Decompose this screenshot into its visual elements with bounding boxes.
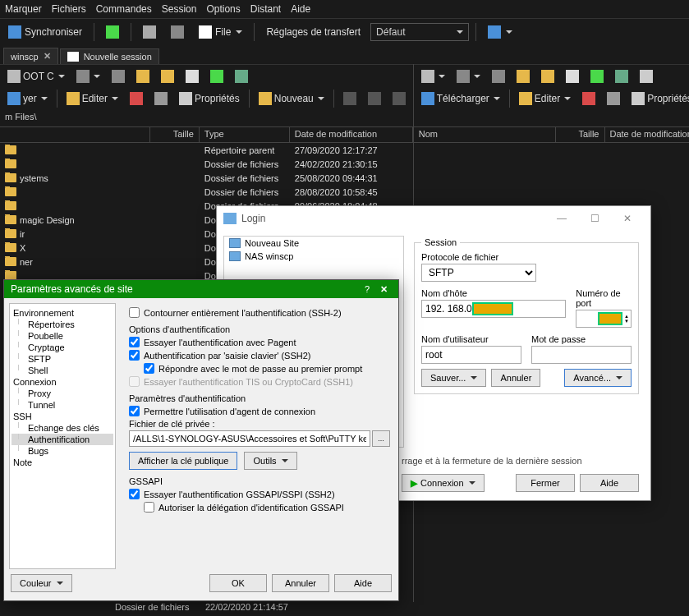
chk-gssapi-delegate[interactable] bbox=[144, 502, 154, 513]
tab-new-session[interactable]: Nouvelle session bbox=[60, 48, 159, 64]
chk-reply-pw[interactable] bbox=[144, 363, 154, 374]
minus-button[interactable] bbox=[364, 90, 385, 107]
advanced-button[interactable]: Avancé... bbox=[564, 369, 632, 387]
menu-fichiers[interactable]: Fichiers bbox=[52, 3, 86, 15]
tree-tunnel[interactable]: Tunnel bbox=[11, 399, 113, 411]
btn-transfer-icon[interactable] bbox=[101, 23, 124, 41]
r-col-date[interactable]: Date de modification bbox=[605, 127, 690, 142]
delete-button[interactable] bbox=[126, 90, 147, 107]
r-nav-refresh[interactable] bbox=[586, 68, 608, 85]
tools-button-adv[interactable]: Outils bbox=[244, 452, 296, 470]
cancel-button[interactable]: Annuler bbox=[491, 369, 540, 387]
help-button[interactable]: Aide bbox=[580, 474, 639, 492]
path-bar[interactable]: m Files\ bbox=[0, 110, 413, 126]
r-nav-home[interactable] bbox=[562, 68, 583, 85]
nav-fwd[interactable] bbox=[108, 68, 129, 85]
transfer-settings-dropdown[interactable]: Défaut bbox=[370, 23, 469, 41]
adv-close-icon[interactable]: ✕ bbox=[375, 284, 392, 295]
tree-cryptage[interactable]: Cryptage bbox=[11, 342, 113, 353]
drive-selector[interactable]: OOT C bbox=[3, 68, 69, 85]
adv-cancel-button[interactable]: Annuler bbox=[272, 574, 329, 592]
tree-ssh[interactable]: SSH bbox=[11, 411, 113, 422]
menu-distant[interactable]: Distant bbox=[250, 3, 281, 15]
tree-sftp[interactable]: SFTP bbox=[11, 353, 113, 365]
browse-keyfile-button[interactable]: ... bbox=[372, 430, 390, 447]
r-nav-filter[interactable] bbox=[636, 68, 657, 85]
adv-help-icon[interactable]: ? bbox=[359, 284, 375, 294]
btn-refresh-global[interactable] bbox=[483, 23, 517, 41]
close-button-footer[interactable]: Fermer bbox=[516, 474, 575, 492]
close-button[interactable]: ✕ bbox=[611, 207, 644, 230]
r-nav-find[interactable] bbox=[611, 68, 632, 85]
menu-session[interactable]: Session bbox=[162, 3, 197, 15]
tree-poubelle[interactable]: Poubelle bbox=[11, 330, 113, 342]
site-nas[interactable]: NAS winscp bbox=[224, 250, 403, 263]
password-input[interactable] bbox=[531, 346, 632, 364]
menu-options[interactable]: Options bbox=[206, 3, 240, 15]
r-nav-back[interactable] bbox=[452, 68, 485, 85]
r-tools-button[interactable] bbox=[603, 90, 624, 107]
site-new[interactable]: Nouveau Site bbox=[224, 237, 403, 250]
close-icon[interactable]: ✕ bbox=[44, 51, 51, 62]
r-path-bar[interactable] bbox=[414, 110, 689, 126]
keyfile-input[interactable] bbox=[129, 430, 370, 447]
chk-allow-agent[interactable] bbox=[129, 406, 140, 416]
r-nav-fwd[interactable] bbox=[488, 68, 509, 85]
sync-button[interactable]: Synchroniser bbox=[3, 23, 87, 41]
tab-winscp[interactable]: winscp✕ bbox=[3, 48, 58, 64]
plus-button[interactable] bbox=[339, 90, 361, 107]
save-button[interactable]: Sauver... bbox=[421, 369, 486, 387]
btn-chain[interactable] bbox=[138, 23, 161, 41]
menu-marquer[interactable]: Marquer bbox=[5, 3, 42, 15]
menu-aide[interactable]: Aide bbox=[291, 3, 310, 15]
chk-pagent[interactable] bbox=[129, 337, 140, 347]
terminal-button[interactable] bbox=[388, 90, 410, 107]
col-name[interactable] bbox=[0, 127, 150, 142]
r-delete-button[interactable] bbox=[578, 90, 599, 107]
remote-selector[interactable] bbox=[417, 68, 449, 85]
nav-refresh[interactable] bbox=[206, 68, 227, 85]
r-properties-button[interactable]: Propriétés bbox=[627, 90, 689, 107]
btn-gear[interactable] bbox=[166, 23, 189, 41]
file-menu-button[interactable]: File bbox=[194, 23, 247, 41]
new-button[interactable]: Nouveau bbox=[255, 90, 328, 107]
nav-find[interactable] bbox=[231, 68, 252, 85]
table-row[interactable]: Dossier de fichiers28/08/2020 10:58:45 bbox=[0, 185, 413, 199]
minimize-button[interactable]: — bbox=[545, 207, 578, 230]
tree-shell[interactable]: Shell bbox=[11, 365, 113, 376]
port-down[interactable]: ▼ bbox=[624, 319, 629, 324]
tree-auth[interactable]: Authentification bbox=[11, 434, 113, 445]
col-date[interactable]: Date de modification bbox=[290, 127, 413, 142]
menu-commandes[interactable]: Commandes bbox=[96, 3, 152, 15]
edit-button[interactable]: Editer bbox=[62, 90, 122, 107]
adv-help-button[interactable]: Aide bbox=[334, 574, 392, 592]
r-col-size[interactable]: Taille bbox=[556, 127, 605, 142]
download-button[interactable]: Télécharger bbox=[417, 90, 504, 107]
adv-tree[interactable]: Environnement Répertoires Poubelle Crypt… bbox=[9, 303, 116, 569]
chk-kbauth[interactable] bbox=[129, 350, 140, 361]
r-nav-root[interactable] bbox=[537, 68, 558, 85]
tree-conn[interactable]: Connexion bbox=[11, 376, 113, 388]
tree-proxy[interactable]: Proxy bbox=[11, 388, 113, 399]
chk-bypass[interactable] bbox=[129, 307, 140, 318]
tools-button[interactable] bbox=[150, 90, 172, 107]
tree-env[interactable]: Environnement bbox=[11, 307, 113, 319]
tree-bugs[interactable]: Bugs bbox=[11, 445, 113, 457]
col-size[interactable]: Taille bbox=[150, 127, 200, 142]
table-row[interactable]: Dossier de fichiers24/02/2020 21:30:15 bbox=[0, 157, 413, 171]
protocol-select[interactable]: SFTP bbox=[421, 264, 536, 282]
r-nav-up[interactable] bbox=[512, 68, 534, 85]
nav-home[interactable] bbox=[181, 68, 203, 85]
nav-up[interactable] bbox=[132, 68, 154, 85]
ok-button[interactable]: OK bbox=[209, 574, 267, 592]
tree-repertoires[interactable]: Répertoires bbox=[11, 319, 113, 330]
chk-gssapi[interactable] bbox=[129, 489, 140, 499]
table-row[interactable]: Répertoire parent27/09/2020 12:17:27 bbox=[0, 143, 413, 157]
tree-note[interactable]: Note bbox=[11, 457, 113, 468]
show-key-button[interactable]: Afficher la clé publique bbox=[129, 452, 237, 470]
r-edit-button[interactable]: Editer bbox=[515, 90, 575, 107]
color-button[interactable]: Couleur bbox=[11, 574, 72, 592]
r-col-name[interactable]: Nom bbox=[414, 127, 556, 142]
nav-root[interactable] bbox=[157, 68, 178, 85]
maximize-button[interactable]: ☐ bbox=[578, 207, 611, 230]
